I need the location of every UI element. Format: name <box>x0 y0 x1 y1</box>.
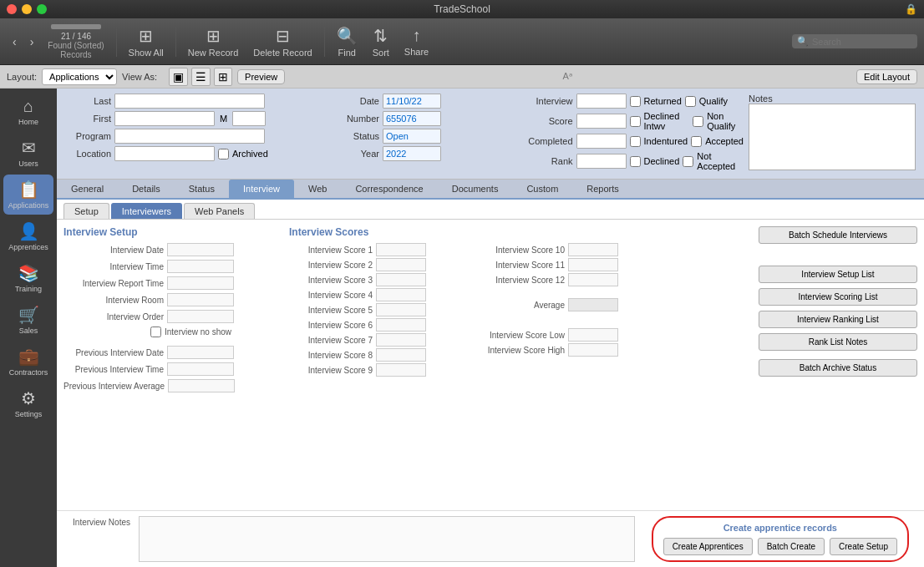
location-input[interactable] <box>114 146 215 161</box>
int-order-input[interactable] <box>167 310 234 323</box>
tab-correspondence[interactable]: Correspondence <box>341 180 437 198</box>
prev-date-input[interactable] <box>167 346 234 359</box>
sidebar-item-apprentices[interactable]: 👤 Apprentices <box>3 216 53 256</box>
score10-input[interactable] <box>568 243 618 256</box>
score7-input[interactable] <box>376 333 426 347</box>
score-high-input[interactable] <box>568 343 618 357</box>
tab-reports[interactable]: Reports <box>572 180 633 198</box>
sidebar-item-users[interactable]: ✉ Users <box>3 133 53 173</box>
indentured-checkbox[interactable] <box>630 136 641 147</box>
rank-list-notes-button[interactable]: Rank List Notes <box>759 333 917 351</box>
date-input[interactable] <box>383 94 441 109</box>
batch-schedule-button[interactable]: Batch Schedule Interviews <box>759 226 917 244</box>
non-qualify-checkbox[interactable] <box>693 116 703 127</box>
score3-input[interactable] <box>376 273 426 286</box>
score12-input[interactable] <box>568 273 618 286</box>
score9-input[interactable] <box>376 363 426 377</box>
find-button[interactable]: 🔍 Find <box>330 23 364 61</box>
qualify-checkbox[interactable] <box>685 96 696 107</box>
sidebar-item-training[interactable]: 📚 Training <box>3 258 53 298</box>
tab-status[interactable]: Status <box>175 180 229 198</box>
archived-checkbox[interactable] <box>218 149 229 159</box>
sidebar-item-contractors[interactable]: 💼 Contractors <box>3 342 53 382</box>
sidebar-item-settings[interactable]: ⚙ Settings <box>3 383 53 423</box>
batch-archive-button[interactable]: Batch Archive Status <box>759 359 917 377</box>
program-input[interactable] <box>114 129 265 144</box>
score-low-input[interactable] <box>568 328 618 342</box>
nav-back-button[interactable]: ‹ <box>7 32 23 52</box>
interview-notes-input[interactable] <box>139 516 635 562</box>
first-input[interactable] <box>114 111 215 126</box>
search-input[interactable] <box>812 37 912 47</box>
sidebar-item-sales[interactable]: 🛒 Sales <box>3 300 53 340</box>
tab-documents[interactable]: Documents <box>438 180 513 198</box>
completed-input[interactable] <box>576 134 627 149</box>
create-setup-button[interactable]: Create Setup <box>830 538 897 555</box>
tab-web[interactable]: Web <box>294 180 341 198</box>
ranking-list-button[interactable]: Interview Ranking List <box>759 311 917 328</box>
score4-input[interactable] <box>376 288 426 301</box>
not-accepted-checkbox[interactable] <box>683 156 693 167</box>
create-apprentices-button[interactable]: Create Apprentices <box>663 538 753 555</box>
tab-interview[interactable]: Interview <box>229 180 294 198</box>
show-all-button[interactable]: ⊞ Show All <box>122 23 170 61</box>
setup-list-button[interactable]: Interview Setup List <box>759 266 917 283</box>
score2-input[interactable] <box>376 258 426 271</box>
tab-custom[interactable]: Custom <box>512 180 572 198</box>
subtab-setup[interactable]: Setup <box>63 203 109 219</box>
score-input[interactable] <box>576 114 627 129</box>
int-time-input[interactable] <box>167 260 234 273</box>
int-date-input[interactable] <box>167 243 234 256</box>
last-input[interactable] <box>114 94 265 109</box>
nav-buttons[interactable]: ‹ › <box>7 32 39 52</box>
score11-input[interactable] <box>568 258 618 271</box>
view-list-button[interactable]: ☰ <box>191 68 211 86</box>
nav-forward-button[interactable]: › <box>24 32 40 52</box>
subtab-interviewers[interactable]: Interviewers <box>111 203 182 219</box>
prev-avg-input[interactable] <box>168 379 235 392</box>
scoring-list-button[interactable]: Interview Scoring List <box>759 288 917 306</box>
declined-intvw-checkbox[interactable] <box>630 116 641 127</box>
status-input[interactable] <box>383 129 441 144</box>
int-report-time-input[interactable] <box>167 276 234 290</box>
tab-general[interactable]: General <box>57 180 118 198</box>
tab-details[interactable]: Details <box>118 180 175 198</box>
delete-record-button[interactable]: ⊟ Delete Record <box>246 23 318 61</box>
sidebar-item-home[interactable]: ⌂ Home <box>3 92 53 131</box>
sidebar-item-applications[interactable]: 📋 Applications <box>3 175 53 215</box>
edit-layout-button[interactable]: Edit Layout <box>856 69 917 84</box>
share-button[interactable]: ↑ Share <box>398 23 435 60</box>
window-controls[interactable] <box>7 4 47 14</box>
score12-label: Interview Score 12 <box>465 276 565 285</box>
returned-checkbox[interactable] <box>630 96 641 107</box>
middle-input[interactable] <box>232 111 266 126</box>
view-table-button[interactable]: ⊞ <box>214 68 232 86</box>
int-room-input[interactable] <box>167 293 234 306</box>
accepted-checkbox[interactable] <box>691 136 702 147</box>
search-box[interactable]: 🔍 <box>792 34 917 48</box>
no-show-checkbox[interactable] <box>150 327 161 337</box>
score6-input[interactable] <box>376 318 426 332</box>
layout-select[interactable]: Applications <box>42 68 117 85</box>
score5-input[interactable] <box>376 303 426 316</box>
preview-button[interactable]: Preview <box>237 69 285 84</box>
maximize-button[interactable] <box>37 4 47 14</box>
close-button[interactable] <box>7 4 17 14</box>
score8-input[interactable] <box>376 348 426 362</box>
batch-create-button[interactable]: Batch Create <box>758 538 825 555</box>
subtab-webpanels[interactable]: Web Panels <box>184 203 255 219</box>
average-input[interactable] <box>568 298 618 311</box>
year-input[interactable] <box>383 146 441 161</box>
number-input[interactable] <box>383 111 441 126</box>
view-form-button[interactable]: ▣ <box>169 68 188 86</box>
minimize-button[interactable] <box>22 4 32 14</box>
prev-time-input[interactable] <box>167 362 234 376</box>
view-as-buttons[interactable]: ▣ ☰ ⊞ <box>169 68 232 86</box>
declined-checkbox[interactable] <box>630 156 641 167</box>
new-record-button[interactable]: ⊞ New Record <box>181 23 246 61</box>
rank-input[interactable] <box>576 154 627 169</box>
interview-input[interactable] <box>576 94 627 109</box>
sort-button[interactable]: ⇅ Sort <box>366 23 396 61</box>
notes-textarea[interactable] <box>749 104 916 170</box>
score1-input[interactable] <box>376 243 426 256</box>
